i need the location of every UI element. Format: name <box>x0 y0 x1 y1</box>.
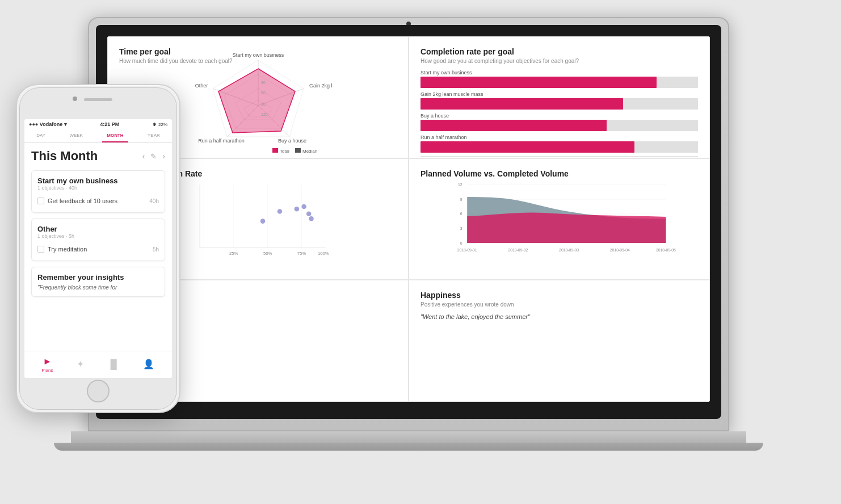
card-title-completion: Completion rate per goal <box>420 47 698 56</box>
bottom-nav-plans[interactable]: ► Plans <box>42 356 53 373</box>
tab-year[interactable]: YEAR <box>143 129 165 142</box>
bar-label-3: Buy a house <box>420 113 698 119</box>
svg-point-31 <box>301 204 306 209</box>
svg-point-32 <box>306 211 312 216</box>
laptop-screen: Time per goal How much time did you devo… <box>107 36 710 402</box>
plans-label: Plans <box>42 368 53 373</box>
dashboard: Time per goal How much time did you devo… <box>107 36 710 402</box>
card-subtitle-happiness: Positive experiences you wrote down <box>420 301 698 308</box>
laptop-body: Time per goal How much time did you devo… <box>88 17 729 431</box>
bar-label-1: Start my own business <box>420 70 698 75</box>
card-completion-rate: Completion rate per goal How good are yo… <box>409 36 710 158</box>
svg-text:Median: Median <box>302 149 317 154</box>
svg-text:9: 9 <box>460 197 462 201</box>
phone-month-nav: This Month ‹ ✎ › <box>31 149 165 163</box>
phone-inner: ●●● Vodafone ▾ 4:21 PM ✱ 22% DAY WEEK MO… <box>19 87 177 410</box>
svg-point-30 <box>295 207 300 212</box>
insights-card: Remember your insights "Frequently block… <box>31 267 165 297</box>
goal-name-other: Other <box>37 225 159 233</box>
stats-icon: ▐▌ <box>107 359 120 369</box>
goal-name-business: Start my own business <box>37 177 159 185</box>
phone-nav-icons: ‹ ✎ › <box>142 152 165 161</box>
svg-text:75%: 75% <box>297 251 306 256</box>
phone: ●●● Vodafone ▾ 4:21 PM ✱ 22% DAY WEEK MO… <box>16 84 180 413</box>
card-title-happiness: Happiness <box>420 291 698 300</box>
svg-text:Gain 2kg lean muscle mass: Gain 2kg lean muscle mass <box>309 83 332 89</box>
svg-text:25%: 25% <box>229 251 238 256</box>
area-svg: 0 3 6 9 12 2018 <box>420 180 698 258</box>
tab-week[interactable]: WEEK <box>65 129 87 142</box>
bar-fill-1 <box>420 77 657 88</box>
laptop: Time per goal How much time did you devo… <box>88 17 752 477</box>
laptop-foot <box>54 443 763 451</box>
phone-home-button[interactable] <box>87 380 110 402</box>
bar-chart: Start my own business Gain <box>420 70 698 158</box>
bar-fill-4 <box>420 141 634 153</box>
happiness-quote: "Went to the lake, enjoyed the summer" <box>420 313 698 320</box>
bar-label-2: Gain 2kg lean muscle mass <box>420 91 698 97</box>
bar-row-3: Buy a house <box>420 113 698 131</box>
objective-label-meditation: Try meditation <box>48 246 87 253</box>
phone-camera <box>73 96 77 101</box>
bottom-nav-stats[interactable]: ▐▌ <box>107 359 120 371</box>
svg-text:2018-09-05: 2018-09-05 <box>656 248 676 252</box>
laptop-base <box>71 431 746 444</box>
objective-time-feedback: 40h <box>149 198 159 204</box>
objective-left-meditation: Try meditation <box>37 246 87 253</box>
svg-text:Other: Other <box>195 83 208 89</box>
status-battery: 22% <box>158 122 167 127</box>
bar-fill-3 <box>420 120 607 131</box>
bar-fill-2 <box>420 98 623 110</box>
goal-card-other: Other 1 objectives · 5h Try meditation 5… <box>31 219 165 261</box>
insights-title: Remember your insights <box>37 273 159 282</box>
nav-edit-icon[interactable]: ✎ <box>150 152 157 161</box>
svg-text:Total: Total <box>280 149 289 154</box>
svg-text:Buy a house: Buy a house <box>277 138 306 144</box>
svg-text:0: 0 <box>460 241 462 245</box>
objective-feedback: Get feedback of 10 users 40h <box>37 195 159 207</box>
svg-point-33 <box>309 216 314 221</box>
phone-speaker <box>84 98 112 101</box>
phone-status-bar: ●●● Vodafone ▾ 4:21 PM ✱ 22% <box>24 119 172 129</box>
insights-text: "Frequently block some time for <box>37 284 159 291</box>
svg-point-29 <box>277 209 283 214</box>
nav-prev-arrow[interactable]: ‹ <box>142 152 145 161</box>
svg-text:2018-09-02: 2018-09-02 <box>508 248 528 252</box>
bottom-nav-explore[interactable]: ✦ <box>77 359 84 371</box>
scene: Time per goal How much time did you devo… <box>0 0 841 504</box>
card-subtitle-completion: How good are you at completing your obje… <box>420 58 698 64</box>
phone-content: This Month ‹ ✎ › Start my own business 1… <box>24 143 172 368</box>
goal-meta-business: 1 objectives · 40h <box>37 185 159 191</box>
svg-text:100%: 100% <box>318 251 329 256</box>
goal-meta-other: 1 objectives · 5h <box>37 233 159 239</box>
radar-svg: Start my own business Gain 2kg lean musc… <box>184 49 332 158</box>
svg-text:Run a half marathon: Run a half marathon <box>198 138 245 144</box>
svg-rect-19 <box>272 148 278 153</box>
checkbox-feedback[interactable] <box>37 198 44 204</box>
bottom-nav-profile[interactable]: 👤 <box>143 359 154 371</box>
svg-text:120: 120 <box>261 112 268 116</box>
svg-text:12: 12 <box>458 183 462 187</box>
card-area: Planned Volume vs. Completed Volume <box>409 158 710 280</box>
svg-rect-21 <box>295 148 301 153</box>
bar-row-2: Gain 2kg lean muscle mass <box>420 91 698 110</box>
objective-meditation: Try meditation 5h <box>37 243 159 255</box>
goal-card-business: Start my own business 1 objectives · 40h… <box>31 170 165 213</box>
svg-text:2018-09-04: 2018-09-04 <box>610 248 630 252</box>
svg-text:2018-09-03: 2018-09-03 <box>559 248 579 252</box>
svg-text:Start my own business: Start my own business <box>232 52 284 58</box>
bar-row-1: Start my own business <box>420 70 698 88</box>
explore-icon: ✦ <box>77 359 84 369</box>
tab-month[interactable]: MONTH <box>102 129 128 142</box>
objective-left-feedback: Get feedback of 10 users <box>37 198 117 204</box>
checkbox-meditation[interactable] <box>37 246 44 253</box>
status-carrier: ●●● Vodafone ▾ <box>29 121 67 127</box>
nav-next-arrow[interactable]: › <box>162 152 165 161</box>
svg-marker-9 <box>218 69 295 133</box>
svg-text:50%: 50% <box>263 251 272 256</box>
tab-day[interactable]: DAY <box>32 129 50 142</box>
phone-screen: ●●● Vodafone ▾ 4:21 PM ✱ 22% DAY WEEK MO… <box>24 119 172 378</box>
svg-text:6: 6 <box>460 212 462 216</box>
laptop-screen-bezel: Time per goal How much time did you devo… <box>96 25 721 419</box>
svg-text:90: 90 <box>261 102 266 106</box>
